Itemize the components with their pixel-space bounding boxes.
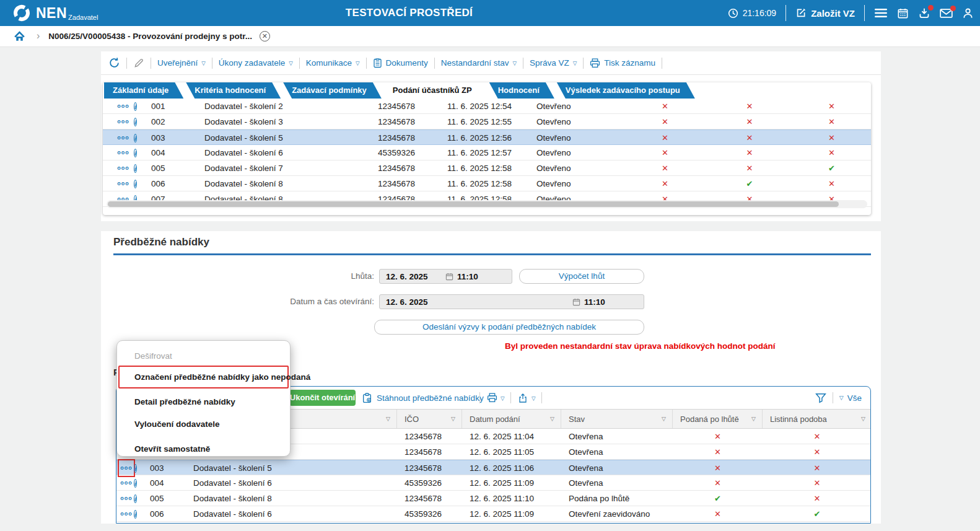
table-row[interactable]: oooi006Dodavatel - školení 64535932612. …: [116, 506, 870, 522]
profile-button[interactable]: [962, 7, 974, 19]
toolbar-link-kony-zadavatele[interactable]: Úkony zadavatele▽: [219, 58, 293, 68]
row-menu-icon[interactable]: ooo: [120, 491, 133, 506]
table-row[interactable]: oooi002Dodavatel - školení 31234567811. …: [103, 114, 871, 129]
column-filter-icon[interactable]: ▽: [451, 416, 455, 422]
downloads-notification-dot: [928, 5, 934, 11]
cross-mark-icon: ✕: [746, 117, 753, 126]
info-icon[interactable]: i: [134, 464, 137, 473]
deadline-datetime-field[interactable]: 12. 6. 2025 11:10: [379, 269, 512, 284]
table-row[interactable]: oooi003Dodavatel - školení 51234567812. …: [116, 460, 870, 475]
export-dropdown-icon[interactable]: ▽: [532, 395, 536, 402]
cell-flag: ✕: [792, 130, 871, 146]
column-header-podan-po-lh-t: Podaná po lhůtě▽: [673, 410, 763, 428]
table-row[interactable]: oooi001Dodavatel - školení 21234567811. …: [103, 99, 871, 114]
cell-flag: ✕: [707, 99, 792, 114]
toolbar-link-nestandardn-stav[interactable]: Nestandardní stav▽: [441, 58, 517, 68]
row-menu-icon[interactable]: ooo: [113, 160, 134, 176]
column-filter-icon[interactable]: ▽: [386, 416, 390, 422]
tab-v-sledek-zad-vac-ho-postupu[interactable]: Výsledek zadávacího postupu: [557, 82, 695, 99]
column-filter-icon[interactable]: ▽: [861, 416, 865, 422]
tab-z-kladn-daje[interactable]: Základní údaje: [104, 82, 183, 99]
print-dropdown-icon[interactable]: ▽: [501, 395, 505, 402]
info-icon[interactable]: i: [134, 102, 137, 111]
table-row[interactable]: oooi005Dodavatel - školení 81234567812. …: [116, 491, 870, 506]
finish-opening-button[interactable]: Ukončit otevírání: [289, 390, 356, 406]
row-menu-icon[interactable]: ooo: [113, 145, 134, 160]
info-icon[interactable]: i: [134, 164, 137, 173]
cross-mark-icon: ✕: [814, 478, 821, 488]
calendar-button[interactable]: [897, 7, 909, 19]
context-menu-item-vylou-en-dodavatele[interactable]: Vyloučení dodavatele: [120, 415, 287, 434]
breadcrumb-close-icon[interactable]: ✕: [260, 31, 270, 42]
breadcrumb-record-title[interactable]: N006/25/V00005438 - Provozování prodejny…: [48, 32, 252, 41]
print-button[interactable]: [487, 393, 497, 403]
info-icon[interactable]: i: [134, 494, 137, 503]
messages-notification-dot: [950, 6, 956, 11]
table-row[interactable]: oooi003Dodavatel - školení 51234567811. …: [103, 129, 871, 145]
table-row[interactable]: oooi004Dodavatel - školení 64535932612. …: [116, 475, 870, 491]
table-row[interactable]: oooi004Dodavatel - školení 64535932611. …: [103, 145, 871, 160]
context-menu-item-detail-p-edb-n-nab-dky[interactable]: Detail předběžné nabídky: [120, 393, 287, 411]
calendar-small-icon[interactable]: [572, 298, 580, 306]
messages-button[interactable]: [940, 8, 953, 19]
row-menu-icon[interactable]: ooo: [113, 130, 134, 146]
row-menu-icon-wrap: ooo: [119, 475, 134, 491]
tab-hodnocen[interactable]: Hodnocení: [489, 82, 554, 99]
toolbar-link-dokumenty[interactable]: Dokumenty: [373, 58, 428, 68]
table-row[interactable]: oooi006Dodavatel - školení 81234567811. …: [103, 176, 871, 191]
context-menu-item-ozna-en-p-edb-n-nab-dky-jako-nepodan[interactable]: Označení předběžné nabídky jako nepodaná: [118, 366, 289, 388]
section-underline: [113, 253, 871, 255]
cell-number: 006: [151, 176, 204, 191]
row-menu-icon[interactable]: ooo: [113, 99, 134, 114]
create-vz-button[interactable]: Založit VZ: [795, 7, 855, 19]
downloads-button[interactable]: [918, 7, 930, 19]
filter-button[interactable]: [815, 393, 826, 403]
calc-deadlines-button[interactable]: Výpočet lhůt: [519, 269, 644, 284]
context-menu-item-otev-t-samostatn[interactable]: Otevřít samostatně: [120, 440, 287, 459]
refresh-button[interactable]: [108, 57, 120, 69]
row-info: i: [134, 491, 150, 506]
info-icon[interactable]: i: [134, 118, 137, 126]
row-spacer: [103, 99, 113, 114]
calendar-small-icon[interactable]: [445, 273, 453, 281]
toolbar-link-komunikace[interactable]: Komunikace▽: [306, 58, 360, 68]
toolbar-separator: [212, 58, 212, 69]
context-menu-item-de-ifrovat[interactable]: Dešifrovat: [120, 347, 287, 366]
download-offers-button[interactable]: Stáhnout předběžné nabídky: [362, 387, 484, 409]
opening-datetime-field[interactable]: 12. 6. 2025 11:10: [379, 294, 644, 309]
row-menu-icon[interactable]: ooo: [120, 460, 133, 476]
info-icon[interactable]: i: [134, 479, 137, 488]
toolbar-link-tisk-z-znamu[interactable]: Tisk záznamu: [590, 58, 655, 68]
tab-pod-n-astn-k-zp[interactable]: Podání účastníků ZP: [384, 82, 487, 99]
row-menu-icon[interactable]: ooo: [113, 114, 134, 129]
main-menu-button[interactable]: [874, 8, 888, 18]
toolbar-link-uve-ejn-n[interactable]: Uveřejnění▽: [157, 58, 206, 68]
send-call-button[interactable]: Odeslání výzvy k podání předběžných nabí…: [374, 320, 644, 335]
info-icon[interactable]: i: [134, 180, 137, 188]
column-filter-icon[interactable]: ▽: [751, 416, 756, 422]
cell-flag: ✕: [623, 176, 707, 191]
table-row[interactable]: oooi005Dodavatel - školení 71234567811. …: [103, 160, 871, 176]
tab-krit-ria-hodnocen[interactable]: Kritéria hodnocení: [186, 82, 281, 99]
nen-logo[interactable]: NEN Zadavatel: [12, 0, 98, 26]
tab-zad-vac-podm-nky[interactable]: Zadávací podmínky: [283, 82, 382, 99]
row-info: i: [134, 160, 151, 176]
row-menu-icon[interactable]: ooo: [120, 475, 133, 491]
cell-ico: 12345678: [397, 460, 462, 476]
info-icon[interactable]: i: [134, 149, 137, 157]
cell-number: 004: [150, 475, 193, 491]
show-all-filter[interactable]: ▽ Vše: [839, 393, 862, 403]
info-icon[interactable]: i: [134, 134, 137, 143]
info-icon[interactable]: i: [134, 510, 137, 519]
row-menu-icon[interactable]: ooo: [113, 176, 134, 191]
column-filter-icon[interactable]: ▽: [550, 416, 554, 422]
edit-button[interactable]: [133, 58, 144, 69]
toolbar-separator: [151, 58, 151, 69]
environment-title: TESTOVACÍ PROSTŘEDÍ: [333, 0, 485, 26]
horizontal-scrollbar-thumb[interactable]: [108, 201, 839, 207]
home-button[interactable]: [14, 31, 25, 42]
row-menu-icon[interactable]: ooo: [120, 506, 133, 522]
toolbar-link-spr-va-vz[interactable]: Správa VZ▽: [530, 58, 577, 68]
export-button[interactable]: [518, 393, 528, 403]
column-filter-icon[interactable]: ▽: [662, 416, 666, 422]
